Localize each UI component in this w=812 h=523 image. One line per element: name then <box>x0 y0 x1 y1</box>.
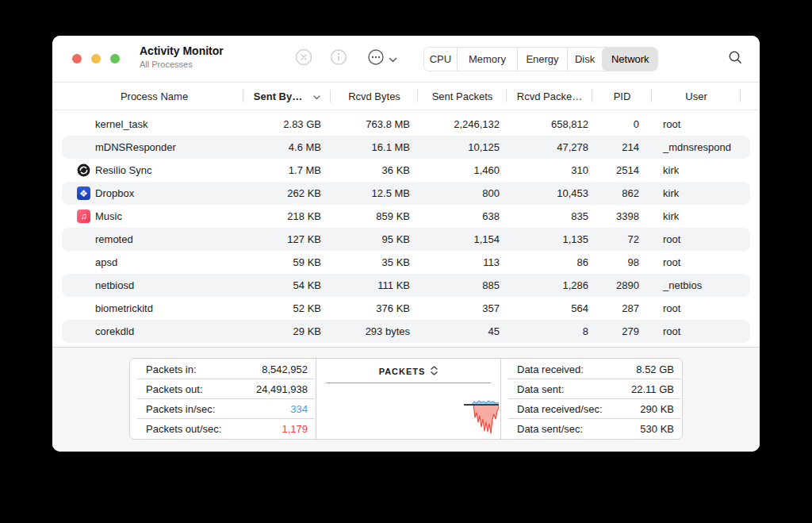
stat-label: Data received/sec: <box>517 403 603 415</box>
icon-placeholder <box>77 302 90 315</box>
tab-network[interactable]: Network <box>602 48 657 71</box>
column-header-sent-packets[interactable]: Sent Packets <box>418 83 507 110</box>
user-cell: root <box>652 233 741 245</box>
column-header-rcvd-bytes[interactable]: Rcvd Bytes <box>331 83 418 110</box>
pid-cell: 98 <box>592 256 652 268</box>
icon-placeholder <box>77 325 90 338</box>
icon-placeholder <box>77 117 90 131</box>
stat-value: 530 KB <box>640 423 674 435</box>
info-icon <box>330 48 347 69</box>
column-header-spacer <box>741 83 760 110</box>
pid-cell: 3398 <box>592 210 652 222</box>
rcvd-bytes-cell: 111 KB <box>331 279 418 291</box>
sent-packets-cell: 800 <box>418 187 507 199</box>
process-name: netbiosd <box>95 279 134 291</box>
search-button[interactable] <box>725 48 745 69</box>
table-header: Process Name Sent By… Rcvd Bytes Sent Pa… <box>52 83 760 110</box>
stat-row: Packets out: 24,491,938 <box>137 379 314 399</box>
rcvd-bytes-cell: 859 KB <box>331 210 418 222</box>
pid-cell: 72 <box>592 233 652 245</box>
packets-stats-panel: Packets in: 8,542,952 Packets out: 24,49… <box>130 359 316 439</box>
close-button[interactable] <box>72 54 82 63</box>
process-name: kernel_task <box>95 118 147 130</box>
sent-bytes-cell: 29 KB <box>243 325 331 337</box>
ellipsis-circle-icon <box>367 48 385 69</box>
process-name: Music <box>95 210 122 222</box>
sent-packets-cell: 2,246,132 <box>418 118 507 130</box>
sent-packets-cell: 357 <box>418 302 507 314</box>
stat-row: Data received: 8.52 GB <box>508 360 680 379</box>
rcvd-packets-cell: 10,453 <box>507 187 592 199</box>
tab-disk[interactable]: Disk <box>567 48 603 71</box>
table-row[interactable]: remoted 127 KB 95 KB 1,154 1,135 72 root <box>52 228 760 251</box>
column-header-sent-bytes[interactable]: Sent By… <box>243 83 331 110</box>
pid-cell: 279 <box>592 325 652 337</box>
tab-memory[interactable]: Memory <box>457 48 517 71</box>
packets-stat-list: Packets in: 8,542,952 Packets out: 24,49… <box>130 359 316 438</box>
rcvd-packets-cell: 564 <box>507 302 592 314</box>
process-name: remoted <box>95 233 133 245</box>
table-row[interactable]: apsd 59 KB 35 KB 113 86 98 root <box>52 251 760 274</box>
sent-bytes-cell: 218 KB <box>243 210 331 222</box>
table-row[interactable]: ❖ Dropbox 262 KB 12.5 MB 800 10,453 862 … <box>52 182 760 205</box>
tab-group: CPUMemoryEnergyDiskNetwork <box>423 47 658 71</box>
table-row[interactable]: ♫ Music 218 KB 859 KB 638 835 3398 kirk <box>52 205 760 228</box>
graph-mode-selector[interactable]: PACKETS <box>316 359 500 377</box>
dropbox-icon: ❖ <box>77 187 90 200</box>
sent-bytes-cell: 127 KB <box>243 233 331 245</box>
stat-label: Data sent: <box>517 383 564 395</box>
user-cell: root <box>652 118 741 130</box>
stop-process-button[interactable] <box>294 49 313 68</box>
process-name: Dropbox <box>95 187 134 199</box>
window-subtitle: All Processes <box>140 60 224 69</box>
user-cell: kirk <box>652 164 741 176</box>
stat-value: 334 <box>290 403 308 415</box>
column-header-user[interactable]: User <box>652 83 741 110</box>
rcvd-packets-cell: 47,278 <box>507 141 592 153</box>
stat-value: 1,179 <box>282 423 308 435</box>
sent-packets-cell: 113 <box>418 256 507 268</box>
sent-packets-cell: 45 <box>418 325 507 337</box>
tab-cpu[interactable]: CPU <box>424 48 457 71</box>
sent-packets-cell: 885 <box>418 279 507 291</box>
more-options-button[interactable] <box>367 49 397 68</box>
minimize-button[interactable] <box>91 54 101 63</box>
table-row[interactable]: kernel_task 2.83 GB 763.8 MB 2,246,132 6… <box>52 113 760 136</box>
process-name: corekdld <box>95 325 134 337</box>
graph-out-area <box>473 405 499 433</box>
table-row[interactable]: biometrickitd 52 KB 376 KB 357 564 287 r… <box>52 297 760 320</box>
sent-bytes-cell: 262 KB <box>243 187 331 199</box>
sent-bytes-cell: 2.83 GB <box>243 118 331 130</box>
pid-cell: 2514 <box>592 164 652 176</box>
column-header-rcvd-packets[interactable]: Rcvd Packe… <box>507 83 592 110</box>
table-row[interactable]: netbiosd 54 KB 111 KB 885 1,286 2890 _ne… <box>52 274 760 297</box>
rcvd-packets-cell: 835 <box>507 210 592 222</box>
user-cell: root <box>652 256 741 268</box>
sent-bytes-cell: 4.6 MB <box>243 141 331 153</box>
table-row[interactable]: corekdld 29 KB 293 bytes 45 8 279 root <box>52 320 760 343</box>
rcvd-packets-cell: 1,135 <box>507 233 592 245</box>
resilio-sync-icon <box>77 163 90 177</box>
rcvd-bytes-cell: 16.1 MB <box>331 141 418 153</box>
rcvd-bytes-cell: 376 KB <box>331 302 418 314</box>
table-row[interactable]: mDNSResponder 4.6 MB 16.1 MB 10,125 47,2… <box>52 136 760 159</box>
tab-energy[interactable]: Energy <box>517 48 567 71</box>
stat-label: Packets in: <box>146 363 197 375</box>
stat-value: 24,491,938 <box>256 383 308 395</box>
user-cell: kirk <box>652 187 741 199</box>
sent-packets-cell: 638 <box>418 210 507 222</box>
column-header-pid[interactable]: PID <box>592 83 652 110</box>
footer: Packets in: 8,542,952 Packets out: 24,49… <box>52 347 760 452</box>
window-title: Activity Monitor <box>140 44 224 58</box>
data-stat-list: Data received: 8.52 GB Data sent: 22.11 … <box>501 359 682 438</box>
inspect-process-button[interactable] <box>329 49 348 68</box>
stop-octagon-x-icon <box>295 48 312 69</box>
stat-row: Data sent/sec: 530 KB <box>508 419 680 438</box>
column-header-process-name[interactable]: Process Name <box>52 83 243 110</box>
rcvd-packets-cell: 86 <box>507 256 592 268</box>
zoom-button[interactable] <box>110 54 120 63</box>
table-row[interactable]: Resilio Sync 1.7 MB 36 KB 1,460 310 2514… <box>52 159 760 182</box>
network-stats-box: Packets in: 8,542,952 Packets out: 24,49… <box>129 358 683 440</box>
stat-value: 8,542,952 <box>262 363 308 375</box>
icon-placeholder <box>77 140 90 154</box>
